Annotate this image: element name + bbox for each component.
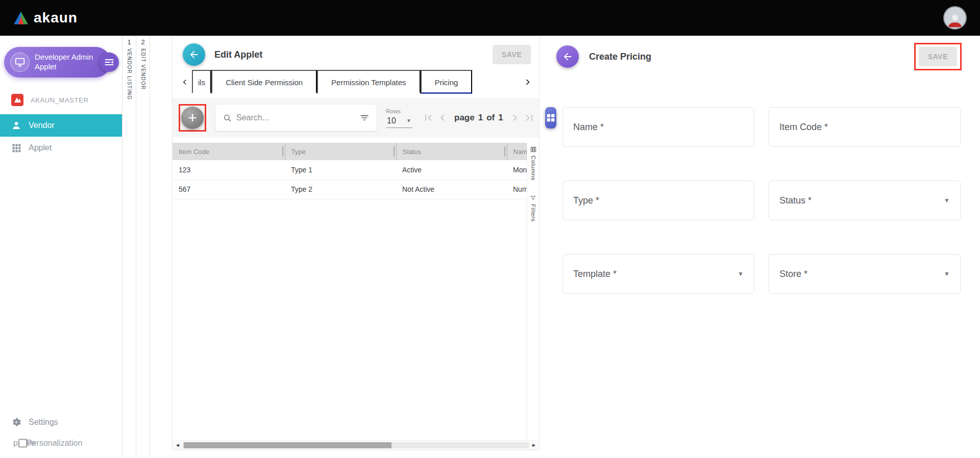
- field-label: Name *: [573, 122, 604, 133]
- chevron-left-icon: [180, 77, 190, 87]
- tab-details[interactable]: ils: [192, 70, 211, 94]
- search-box[interactable]: [215, 105, 377, 131]
- brand-name: akaun: [34, 10, 78, 26]
- layout-grid-button[interactable]: [545, 107, 556, 129]
- apps-grid-icon: [11, 143, 21, 153]
- rows-value: 10: [387, 116, 396, 125]
- tab-client-side-permission[interactable]: Client Side Permission: [211, 70, 317, 94]
- top-bar: akaun: [0, 0, 980, 36]
- dropdown-arrow-icon: ▼: [944, 270, 950, 277]
- main-area: Developer Admin Applet AKAUN_MASTER Vend…: [0, 36, 980, 458]
- sidebar: Developer Admin Applet AKAUN_MASTER Vend…: [0, 36, 122, 458]
- annotation-box-add-button: +: [179, 104, 206, 132]
- arrow-back-icon: [562, 51, 573, 62]
- last-page-button[interactable]: [523, 111, 536, 124]
- pricing-toolbar: + Rows 10 ▼: [173, 98, 539, 138]
- personalization-label: Personalization: [27, 439, 82, 448]
- person-icon: [946, 11, 964, 29]
- strip-label: EDIT VENDOR: [140, 48, 146, 90]
- rows-label: Rows: [386, 108, 412, 114]
- sidebar-item-personalization[interactable]: profile Personalization: [0, 434, 122, 453]
- sidebar-item-label: AKAUN_MASTER: [31, 96, 88, 104]
- tab-bar: ils Client Side Permission Permission Te…: [173, 70, 539, 94]
- tab-permission-templates[interactable]: Permission Templates: [317, 70, 420, 94]
- pricing-table: Item Code Type Status Nam 123 Type 1 Act…: [173, 143, 527, 440]
- save-button[interactable]: SAVE: [919, 47, 957, 66]
- field-label: Type *: [573, 195, 599, 206]
- table-tool-rail: Columns Filters: [527, 143, 539, 440]
- previous-page-button[interactable]: [436, 111, 449, 124]
- strip-number: 1: [127, 38, 131, 46]
- status-select[interactable]: Status * ▼: [769, 181, 961, 220]
- scrollbar-track[interactable]: [183, 442, 529, 448]
- scroll-left-arrow[interactable]: ◄: [173, 442, 183, 448]
- search-input[interactable]: [236, 113, 355, 122]
- scroll-right-arrow[interactable]: ►: [529, 442, 539, 448]
- field-label: Template *: [573, 269, 617, 279]
- column-header-type[interactable]: Type: [285, 143, 396, 160]
- personalization-checkbox[interactable]: [18, 439, 27, 448]
- create-pricing-panel: Create Pricing SAVE Name * Item Code * T…: [550, 36, 980, 458]
- back-button[interactable]: [183, 43, 205, 66]
- create-pricing-header: Create Pricing SAVE: [556, 36, 962, 75]
- horizontal-scrollbar: ◄ ►: [173, 440, 539, 449]
- menu-collapse-icon: [104, 57, 114, 67]
- column-header-name[interactable]: Nam: [507, 143, 527, 160]
- cell-status: Active: [396, 160, 507, 180]
- cell-item-code: 567: [173, 180, 285, 199]
- sidebar-item-label: Vendor: [29, 121, 55, 130]
- column-header-status[interactable]: Status: [396, 143, 507, 160]
- panel-strip-vendor-listing[interactable]: 1 VENDOR LISTING: [122, 36, 136, 458]
- first-page-button[interactable]: [422, 111, 435, 124]
- tabs-scroll-right-button[interactable]: [521, 74, 535, 90]
- tabs-scroll-left-button[interactable]: [178, 74, 192, 90]
- brand: akaun: [13, 10, 78, 26]
- user-avatar[interactable]: [943, 6, 967, 30]
- rows-per-page: Rows 10 ▼: [386, 108, 412, 128]
- gear-icon: [11, 417, 21, 427]
- name-field[interactable]: Name *: [562, 107, 754, 147]
- item-code-field[interactable]: Item Code *: [769, 107, 961, 147]
- store-select[interactable]: Store * ▼: [769, 254, 961, 294]
- dropdown-arrow-icon: ▼: [944, 197, 950, 204]
- last-page-icon: [523, 112, 535, 124]
- cell-type: Type 1: [285, 160, 396, 180]
- collapse-sidebar-button[interactable]: [100, 53, 119, 72]
- applet-switcher[interactable]: Developer Admin Applet: [4, 47, 111, 78]
- columns-icon: [530, 146, 537, 153]
- sidebar-item-vendor[interactable]: Vendor: [0, 114, 122, 137]
- save-button[interactable]: SAVE: [493, 45, 531, 64]
- next-page-button[interactable]: [508, 111, 522, 124]
- annotation-box-save-button: SAVE: [914, 43, 962, 70]
- cell-status: Not Active: [396, 180, 507, 199]
- scrollbar-thumb[interactable]: [184, 442, 391, 448]
- sidebar-item-label: Applet: [29, 143, 52, 152]
- type-field[interactable]: Type *: [562, 181, 754, 220]
- edit-applet-header: Edit Applet SAVE: [173, 36, 539, 70]
- page-current: 1: [478, 113, 483, 123]
- add-pricing-button[interactable]: +: [181, 107, 204, 129]
- tab-pricing[interactable]: Pricing: [421, 70, 473, 94]
- chevron-left-icon: [436, 112, 449, 124]
- columns-label: Columns: [530, 156, 536, 181]
- page-total: 1: [498, 113, 503, 123]
- columns-tool[interactable]: Columns: [530, 146, 537, 181]
- sidebar-item-akaun-master[interactable]: AKAUN_MASTER: [0, 88, 122, 114]
- back-button[interactable]: [556, 45, 579, 68]
- rows-per-page-select[interactable]: 10 ▼: [386, 115, 412, 128]
- table-row[interactable]: 567 Type 2 Not Active Num: [173, 180, 527, 199]
- page-indicator: page 1 of 1: [454, 113, 503, 123]
- filters-tool[interactable]: Filters: [530, 195, 536, 222]
- table-row[interactable]: 123 Type 1 Active Mon: [173, 160, 527, 180]
- arrow-back-icon: [188, 49, 200, 60]
- sidebar-item-applet[interactable]: Applet: [0, 137, 122, 159]
- filter-list-icon: [359, 113, 370, 123]
- panel-strip-edit-vendor[interactable]: 2 EDIT VENDOR: [136, 36, 150, 458]
- filter-button[interactable]: [359, 113, 370, 123]
- sidebar-item-settings[interactable]: Settings: [0, 411, 122, 434]
- template-select[interactable]: Template * ▼: [562, 254, 754, 294]
- grid-icon: [545, 112, 556, 123]
- cell-item-code: 123: [173, 160, 285, 180]
- column-header-item-code[interactable]: Item Code: [173, 143, 285, 160]
- settings-label: Settings: [29, 418, 58, 427]
